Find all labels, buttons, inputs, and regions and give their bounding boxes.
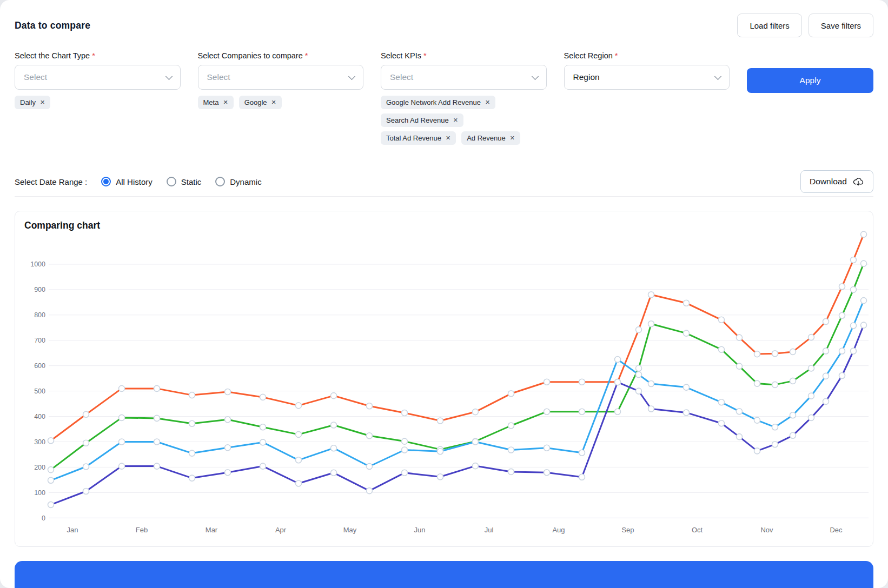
- chart-type-tags: Daily✕: [15, 96, 181, 109]
- select-value: Select: [207, 72, 230, 82]
- filter-tag[interactable]: Google✕: [239, 96, 282, 109]
- select-value: Region: [573, 72, 600, 82]
- required-asterisk: *: [92, 51, 95, 60]
- filter-tag[interactable]: Google Network Add Revenue✕: [381, 96, 495, 109]
- select-value: Select: [24, 72, 47, 82]
- chevron-down-icon: [714, 73, 721, 80]
- remove-tag-icon[interactable]: ✕: [271, 99, 276, 106]
- svg-text:Sep: Sep: [621, 526, 634, 534]
- svg-text:Nov: Nov: [760, 526, 773, 534]
- svg-text:Jun: Jun: [414, 526, 426, 534]
- svg-text:500: 500: [34, 387, 45, 395]
- radio-icon[interactable]: [101, 177, 111, 186]
- svg-text:900: 900: [34, 286, 45, 293]
- svg-text:300: 300: [34, 438, 45, 446]
- filter-kpis: Select KPIs* Select Google Network Add R…: [381, 51, 547, 145]
- svg-text:Jan: Jan: [67, 526, 78, 534]
- required-asterisk: *: [615, 51, 618, 60]
- download-button[interactable]: Download: [800, 170, 873, 193]
- filter-label: Select the Chart Type: [15, 51, 90, 60]
- select-value: Select: [390, 72, 413, 82]
- companies-select[interactable]: Select: [198, 65, 364, 90]
- filter-label: Select KPIs: [381, 51, 421, 60]
- svg-text:400: 400: [34, 413, 45, 420]
- download-label: Download: [810, 177, 847, 186]
- filter-region: Select Region* Region: [564, 51, 730, 145]
- filter-tag[interactable]: Meta✕: [198, 96, 234, 109]
- filters-row: Select the Chart Type* Select Daily✕ Sel…: [15, 51, 873, 145]
- remove-tag-icon[interactable]: ✕: [223, 99, 228, 106]
- cloud-download-icon: [852, 176, 864, 187]
- radio-label: All History: [116, 177, 153, 186]
- radio-label: Static: [181, 177, 202, 186]
- svg-text:Feb: Feb: [136, 526, 148, 534]
- svg-text:Oct: Oct: [692, 526, 703, 534]
- svg-text:Apr: Apr: [275, 526, 287, 534]
- filter-tag[interactable]: Daily✕: [15, 96, 50, 109]
- date-range-label: Select Date Range :: [15, 177, 87, 186]
- svg-text:Dec: Dec: [830, 526, 843, 534]
- companies-tags: Meta✕Google✕: [198, 96, 364, 109]
- svg-text:600: 600: [34, 362, 45, 370]
- kpis-select[interactable]: Select: [381, 65, 547, 90]
- svg-text:Mar: Mar: [206, 526, 218, 534]
- topbar-buttons: Load filters Save filters: [737, 14, 873, 37]
- svg-text:200: 200: [34, 464, 45, 471]
- filter-tag[interactable]: Search Ad Revenue✕: [381, 113, 463, 127]
- remove-tag-icon[interactable]: ✕: [453, 117, 458, 124]
- required-asterisk: *: [423, 51, 427, 60]
- footer-bar: [15, 561, 873, 588]
- svg-text:700: 700: [34, 337, 45, 344]
- filter-label: Select Region: [564, 51, 613, 60]
- filter-chart-type: Select the Chart Type* Select Daily✕: [15, 51, 181, 145]
- remove-tag-icon[interactable]: ✕: [510, 135, 515, 142]
- date-range-radio-dynamic[interactable]: Dynamic: [215, 177, 261, 186]
- kpis-tags: Google Network Add Revenue✕Search Ad Rev…: [381, 96, 547, 145]
- date-range-options: All HistoryStaticDynamic: [101, 177, 261, 186]
- remove-tag-icon[interactable]: ✕: [40, 99, 45, 106]
- svg-text:1000: 1000: [30, 260, 45, 268]
- filter-companies: Select Companies to compare* Select Meta…: [198, 51, 364, 145]
- chevron-down-icon: [165, 73, 173, 80]
- divider: [15, 196, 873, 197]
- date-range-row: Select Date Range : All HistoryStaticDyn…: [15, 170, 262, 193]
- remove-tag-icon[interactable]: ✕: [485, 99, 490, 106]
- svg-text:0: 0: [42, 514, 45, 522]
- svg-text:Jul: Jul: [485, 526, 494, 534]
- chart-type-select[interactable]: Select: [15, 65, 181, 90]
- svg-text:100: 100: [34, 489, 45, 497]
- comparing-line-chart: 01002003004005006007008009001000JanFebMa…: [15, 211, 873, 546]
- filter-tag[interactable]: Total Ad Revenue✕: [381, 131, 456, 145]
- radio-icon[interactable]: [215, 177, 225, 186]
- filter-tag[interactable]: Ad Revenue✕: [461, 131, 520, 145]
- radio-label: Dynamic: [230, 177, 261, 186]
- chevron-down-icon: [532, 73, 539, 80]
- svg-text:800: 800: [34, 311, 45, 319]
- filter-label: Select Companies to compare: [198, 51, 303, 60]
- comparing-chart-card: Comparing chart 010020030040050060070080…: [15, 211, 873, 547]
- svg-text:May: May: [343, 526, 357, 534]
- topbar: Data to compare Load filters Save filter…: [15, 14, 873, 37]
- date-range-radio-all-history[interactable]: All History: [101, 177, 153, 186]
- page-title: Data to compare: [15, 20, 90, 31]
- date-range-radio-static[interactable]: Static: [167, 177, 202, 186]
- app-window: Data to compare Load filters Save filter…: [0, 0, 888, 588]
- svg-text:Aug: Aug: [552, 526, 565, 534]
- chevron-down-icon: [348, 73, 355, 80]
- required-asterisk: *: [305, 51, 308, 60]
- radio-icon[interactable]: [167, 177, 176, 186]
- remove-tag-icon[interactable]: ✕: [446, 135, 450, 142]
- region-select[interactable]: Region: [564, 65, 730, 90]
- load-filters-button[interactable]: Load filters: [737, 14, 801, 37]
- apply-button[interactable]: Apply: [747, 68, 873, 93]
- save-filters-button[interactable]: Save filters: [809, 14, 873, 37]
